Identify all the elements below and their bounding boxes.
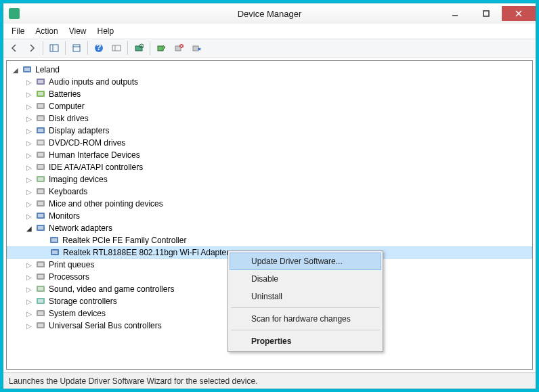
tree-category[interactable]: ◢ Network adapters [7, 222, 532, 234]
cpu-icon [35, 271, 46, 282]
category-label: System devices [49, 309, 106, 318]
disable-button[interactable] [188, 40, 204, 56]
properties-button[interactable] [68, 40, 85, 56]
context-menu-item[interactable]: Scan for hardware changes [230, 310, 381, 328]
storage-icon [35, 296, 46, 307]
menu-action[interactable]: Action [30, 25, 63, 37]
expand-icon[interactable]: ▷ [24, 89, 34, 99]
toolbar-separator [65, 41, 66, 55]
svg-rect-6 [73, 45, 80, 51]
category-label: Sound, video and game controllers [49, 284, 174, 294]
context-menu-separator [231, 307, 380, 308]
expand-icon[interactable]: ▷ [24, 260, 34, 269]
svg-rect-28 [38, 116, 43, 120]
expand-icon[interactable]: ▷ [24, 321, 34, 330]
tree-category[interactable]: ▷ Mice and other pointing devices [7, 198, 532, 210]
expand-icon[interactable]: ▷ [24, 114, 34, 123]
tree-category[interactable]: ▷ Audio inputs and outputs [7, 76, 532, 88]
menu-help[interactable]: Help [92, 25, 120, 37]
expand-icon[interactable]: ▷ [24, 284, 34, 294]
context-menu-item[interactable]: Disable [230, 270, 381, 288]
tree-category[interactable]: ▷ IDE ATA/ATAPI controllers [7, 161, 532, 173]
collapse-icon[interactable]: ◢ [11, 65, 20, 74]
tree-category[interactable]: ▷ Disk drives [7, 112, 532, 125]
svg-rect-22 [38, 80, 43, 83]
category-label: Batteries [49, 89, 81, 99]
help-button[interactable]: ? [91, 40, 107, 56]
expand-icon[interactable]: ▷ [24, 211, 34, 221]
category-label: IDE ATA/ATAPI controllers [49, 162, 143, 172]
expand-icon[interactable]: ▷ [24, 309, 34, 318]
svg-rect-48 [51, 238, 57, 242]
expand-icon[interactable]: ▷ [24, 162, 34, 172]
context-menu-item[interactable]: Uninstall [230, 288, 381, 305]
toolbar-separator [87, 41, 88, 55]
svg-rect-10 [112, 45, 121, 51]
tree-category[interactable]: ▷ Imaging devices [7, 173, 532, 186]
svg-rect-62 [38, 324, 43, 327]
tree-category[interactable]: ▷ Keyboards [7, 186, 532, 198]
battery-icon [35, 89, 46, 100]
expand-icon[interactable]: ▷ [24, 199, 34, 209]
tree-category[interactable]: ▷ Batteries [7, 88, 532, 100]
tree-category[interactable]: ▷ Computer [7, 100, 532, 112]
toolbar: ? [3, 39, 536, 58]
svg-rect-52 [38, 263, 43, 266]
tree-category[interactable]: ▷ DVD/CD-ROM drives [7, 137, 532, 149]
nic-icon [49, 247, 60, 258]
uninstall-button[interactable] [171, 40, 187, 56]
category-label: Imaging devices [49, 175, 108, 184]
tree-category[interactable]: ▷ Human Interface Devices [7, 149, 532, 161]
collapse-icon[interactable]: ◢ [24, 223, 34, 233]
tree-category[interactable]: ▷ Display adapters [7, 125, 532, 137]
context-menu-item[interactable]: Update Driver Software... [230, 253, 381, 270]
expand-icon[interactable]: ▷ [24, 102, 34, 111]
back-button[interactable] [6, 40, 22, 56]
svg-rect-36 [38, 165, 43, 169]
category-label: Processors [49, 272, 89, 282]
tree-root-label: Leland [35, 65, 60, 74]
svg-rect-50 [52, 251, 58, 254]
forward-button[interactable] [24, 40, 40, 56]
expand-icon[interactable]: ▷ [24, 138, 34, 148]
scan-hardware-button[interactable] [131, 40, 147, 56]
expand-icon[interactable]: ▷ [24, 77, 34, 87]
category-label: Computer [49, 102, 85, 111]
menu-file[interactable]: File [6, 25, 30, 37]
status-text: Launches the Update Driver Software Wiza… [9, 376, 258, 386]
svg-rect-34 [38, 153, 43, 156]
network-icon [35, 223, 46, 234]
category-label: DVD/CD-ROM drives [49, 138, 125, 148]
expand-icon[interactable]: ▷ [24, 150, 34, 160]
menu-view[interactable]: View [64, 25, 92, 37]
system-icon [35, 308, 46, 319]
print-icon [35, 259, 46, 270]
expand-icon[interactable]: ▷ [24, 126, 34, 135]
svg-rect-26 [38, 104, 43, 108]
svg-rect-38 [38, 177, 43, 181]
tree-category[interactable]: ▷ Monitors [7, 210, 532, 222]
update-driver-button[interactable] [153, 40, 169, 56]
context-menu-item[interactable]: Properties [230, 332, 381, 350]
ide-icon [35, 162, 46, 173]
expand-icon[interactable]: ▷ [24, 175, 34, 184]
tree-root[interactable]: ◢ Leland [7, 64, 532, 76]
svg-rect-32 [38, 141, 43, 144]
expand-icon[interactable]: ▷ [24, 297, 34, 306]
category-label: Storage controllers [49, 297, 117, 306]
statusbar: Launches the Update Driver Software Wiza… [3, 372, 536, 389]
imaging-icon [35, 174, 46, 185]
svg-rect-60 [38, 311, 43, 315]
mouse-icon [35, 198, 46, 209]
tree-device[interactable]: Realtek PCIe FE Family Controller [7, 234, 532, 246]
action-button[interactable] [108, 40, 125, 56]
menubar: File Action View Help [3, 24, 536, 39]
expand-icon[interactable]: ▷ [24, 272, 34, 282]
show-hide-console-tree-button[interactable] [46, 40, 62, 56]
context-menu: Update Driver Software...DisableUninstal… [228, 251, 383, 352]
window-title: Device Manager [3, 9, 536, 19]
expand-icon[interactable]: ▷ [24, 187, 34, 196]
svg-rect-58 [38, 299, 43, 303]
computer-icon [22, 64, 33, 75]
dvd-icon [35, 137, 46, 148]
